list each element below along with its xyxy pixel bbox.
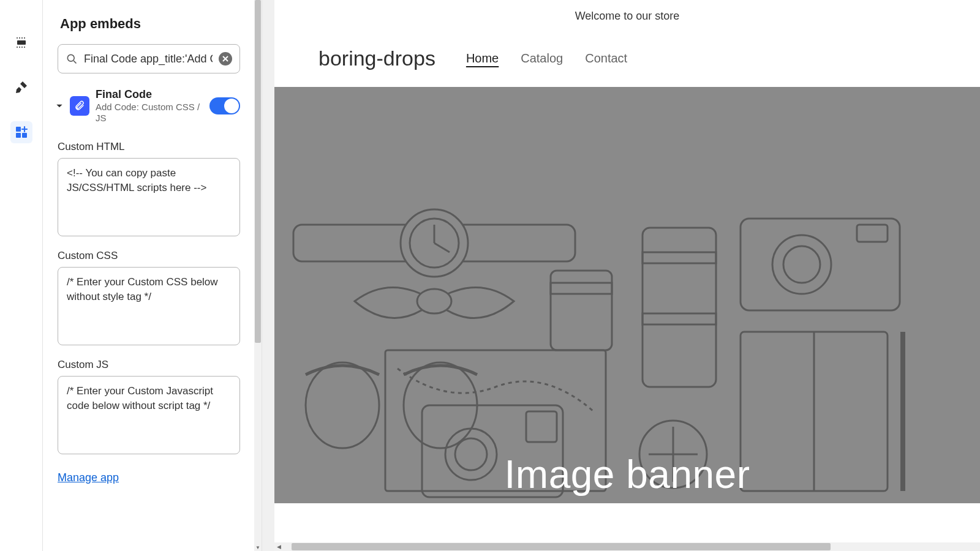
svg-line-6 bbox=[74, 61, 76, 63]
embed-subtitle: Add Code: Custom CSS / JS bbox=[96, 102, 203, 124]
manage-app-link[interactable]: Manage app bbox=[58, 471, 119, 484]
scrollbar-thumb[interactable] bbox=[255, 0, 261, 343]
field-label: Custom CSS bbox=[58, 250, 240, 262]
field-custom-js: Custom JS bbox=[43, 348, 255, 457]
field-label: Custom JS bbox=[58, 359, 240, 371]
field-label: Custom HTML bbox=[58, 141, 240, 153]
scroll-left-icon[interactable]: ◀ bbox=[274, 544, 283, 550]
embed-row: Final Code Add Code: Custom CSS / JS bbox=[43, 84, 255, 130]
preview-pane: Welcome to our store boring-drops Home C… bbox=[262, 0, 980, 551]
store-brand[interactable]: boring-drops bbox=[318, 47, 435, 70]
app-icon bbox=[70, 96, 89, 116]
search-box[interactable]: Final Code app_title:'Add C bbox=[58, 44, 240, 73]
field-custom-css: Custom CSS bbox=[43, 239, 255, 348]
scrollbar-thumb[interactable] bbox=[292, 543, 831, 550]
sidebar: App embeds Final Code app_title:'Add C bbox=[43, 0, 262, 551]
search-input[interactable]: Final Code app_title:'Add C bbox=[84, 53, 213, 66]
store-nav-links: Home Catalog Contact bbox=[466, 51, 627, 66]
hero-placeholder-illustration bbox=[274, 87, 980, 503]
embed-name: Final Code bbox=[96, 88, 203, 102]
announcement-bar[interactable]: Welcome to our store bbox=[274, 0, 980, 33]
rail-theme-settings[interactable] bbox=[10, 76, 32, 98]
custom-html-input[interactable] bbox=[58, 158, 240, 236]
caret-down-icon bbox=[55, 102, 64, 110]
editor-rail bbox=[0, 0, 43, 551]
rail-sections[interactable] bbox=[10, 31, 32, 53]
sections-icon bbox=[14, 34, 29, 49]
attachment-icon bbox=[74, 100, 85, 111]
preview-horizontal-scrollbar[interactable]: ◀ bbox=[274, 542, 980, 551]
svg-point-5 bbox=[67, 54, 74, 61]
close-icon bbox=[222, 55, 229, 62]
hero-title: Image banner bbox=[505, 452, 750, 497]
nav-link-home[interactable]: Home bbox=[466, 51, 499, 66]
clear-search-button[interactable] bbox=[219, 52, 232, 66]
app-embeds-icon bbox=[14, 125, 29, 140]
svg-point-15 bbox=[417, 289, 451, 313]
custom-js-input[interactable] bbox=[58, 376, 240, 454]
svg-rect-0 bbox=[17, 40, 26, 45]
store-header: boring-drops Home Catalog Contact bbox=[274, 33, 980, 87]
scroll-down-icon[interactable]: ▼ bbox=[254, 544, 262, 551]
sidebar-scrollbar[interactable]: ▲ ▼ bbox=[254, 0, 262, 551]
svg-rect-2 bbox=[16, 127, 21, 132]
panel-title: App embeds bbox=[43, 0, 255, 44]
search-icon bbox=[66, 53, 78, 65]
svg-rect-4 bbox=[16, 133, 21, 138]
custom-css-input[interactable] bbox=[58, 267, 240, 345]
svg-rect-3 bbox=[22, 133, 27, 138]
field-custom-html: Custom HTML bbox=[43, 130, 255, 239]
nav-link-contact[interactable]: Contact bbox=[585, 51, 627, 66]
rail-app-embeds[interactable] bbox=[10, 121, 32, 143]
nav-link-catalog[interactable]: Catalog bbox=[521, 51, 563, 66]
collapse-caret[interactable] bbox=[55, 102, 64, 110]
paintbrush-icon bbox=[14, 80, 29, 94]
hero-banner[interactable]: Image banner bbox=[274, 87, 980, 503]
svg-rect-9 bbox=[274, 87, 980, 503]
embed-toggle[interactable] bbox=[209, 97, 240, 114]
